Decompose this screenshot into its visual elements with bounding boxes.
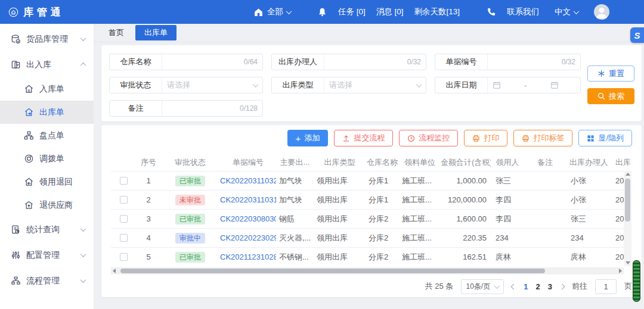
next-page-button[interactable] — [560, 285, 564, 289]
page-number-3[interactable]: 3 — [548, 282, 552, 291]
logo-warehouse-icon — [8, 5, 18, 20]
contact-link[interactable]: 联系我们 — [507, 7, 539, 17]
row-checkbox[interactable] — [120, 234, 128, 242]
avatar[interactable] — [594, 4, 609, 20]
sidebar-item-label: 退供应商 — [39, 200, 73, 211]
sidebar-item-in-out[interactable]: 出入库 — [0, 52, 94, 77]
language-selector[interactable]: 中文 — [555, 7, 578, 17]
approval-select[interactable]: 请选择 — [162, 77, 262, 93]
status-badge: 审批中 — [175, 233, 205, 244]
flow-monitor-label: 流程监控 — [419, 133, 450, 143]
row-checkbox[interactable] — [120, 215, 128, 223]
language-label: 中文 — [555, 7, 571, 17]
toggle-columns-button[interactable]: 显/隐列 — [578, 130, 632, 146]
sidebar-item-stats[interactable]: 统计查询 — [0, 217, 94, 242]
table-vertical-scrollbar[interactable] — [624, 171, 631, 266]
doc-no-link[interactable]: CK20211231028 — [220, 252, 276, 261]
vertical-scroll-thumb[interactable] — [625, 179, 630, 221]
page-scrollbar-thumb[interactable] — [633, 260, 640, 302]
date-end-input[interactable] — [550, 81, 559, 89]
page-number-2[interactable]: 2 — [536, 282, 540, 291]
cell-amount: 1,000.00 — [441, 176, 491, 185]
sidebar-item-label: 统计查询 — [26, 224, 60, 235]
warehouse-input[interactable]: 0/64 — [162, 54, 262, 70]
doc-no-link[interactable]: CK20220223029 — [220, 233, 276, 242]
search-row-3: 备注 0/128 — [109, 100, 642, 117]
sidebar-item-inbound[interactable]: 入库单 — [0, 77, 94, 101]
cell-warehouse: 分库1 — [366, 195, 399, 205]
table-row: 5 已审批 CK20211231028 不锈钢... 领用出库 分库2 施工班.… — [111, 247, 632, 266]
column-header: 序号 — [137, 157, 160, 168]
columns-icon — [587, 135, 595, 142]
row-checkbox[interactable] — [120, 177, 128, 185]
add-button[interactable]: + 添加 — [287, 130, 329, 146]
tabbar: 首页 出库单 — [94, 24, 644, 42]
sidebar-item-goods-store[interactable]: 货品库管理 — [0, 26, 94, 52]
add-label: 添加 — [304, 133, 320, 143]
flow-monitor-button[interactable]: 流程监控 — [399, 130, 458, 146]
sidebar-item-outbound[interactable]: 出库单 — [0, 101, 94, 124]
column-header: 领用人 — [491, 157, 524, 168]
table-row: 4 审批中 CK20220223029 灭火器,... 领用出库 分库2 施工班… — [111, 228, 632, 247]
sidebar-item-stocktake[interactable]: 盘点单 — [0, 124, 94, 147]
search-button[interactable]: 搜索 — [587, 88, 634, 104]
prev-page-button[interactable] — [512, 285, 516, 289]
scroll-up-arrow-icon[interactable] — [626, 173, 630, 176]
page-number-1[interactable]: 1 — [524, 282, 528, 291]
out-type-field: 出库类型 请选择 — [271, 77, 426, 93]
date-start-input[interactable] — [493, 81, 501, 89]
table-row: 3 已审批 CK20220308030 钢筋 领用出库 分库2 施工班... 1… — [111, 209, 632, 228]
submit-flow-button[interactable]: 提交流程 — [334, 130, 393, 146]
search-row-2: 审批状态 请选择 出库类型 请选择 出库日期 - — [109, 77, 642, 93]
app-title: 库管通 — [23, 5, 64, 19]
sidebar-item-label: 领用退回 — [39, 177, 73, 188]
sidebar-item-transfer[interactable]: 调拨单 — [0, 147, 94, 170]
scope-selector[interactable]: 全部 — [253, 7, 291, 17]
scroll-down-arrow-icon[interactable] — [626, 261, 630, 264]
sidebar-item-supplier-return[interactable]: 退供应商 — [0, 193, 94, 217]
messages-link[interactable]: 消息 [0] — [376, 7, 404, 17]
status-badge: 已审批 — [175, 252, 205, 263]
print-button[interactable]: 打印 — [464, 130, 507, 146]
table-toolbar: + 添加 提交流程 流程监控 打印 打印标签 显/隐列 — [111, 130, 632, 146]
remark-input[interactable]: 0/128 — [162, 101, 262, 116]
cell-seq: 3 — [137, 214, 160, 223]
cell-unit: 施工班... — [399, 195, 441, 205]
table-panel: + 添加 提交流程 流程监控 打印 打印标签 显/隐列 — [101, 125, 642, 297]
bell-icon[interactable] — [317, 7, 327, 17]
cell-unit: 施工班... — [399, 233, 441, 244]
out-type-select[interactable]: 请选择 — [324, 77, 426, 93]
table-horizontal-scrollbar[interactable] — [111, 267, 624, 274]
doc-no-link[interactable]: CK20220308030 — [220, 214, 276, 223]
sidebar-item-return[interactable]: 领用退回 — [0, 170, 94, 193]
scroll-right-arrow-icon[interactable] — [619, 269, 622, 273]
goto-page-input[interactable] — [595, 279, 617, 294]
doc-no-input[interactable]: 0/32 — [488, 54, 580, 70]
cell-seq: 5 — [137, 252, 160, 261]
cell-warehouse: 分库2 — [366, 252, 399, 263]
cell-out-type: 领用出库 — [314, 195, 366, 205]
print-label-button[interactable]: 打印标签 — [513, 130, 572, 146]
side-extension-button[interactable]: S — [630, 27, 644, 43]
horizontal-scroll-thumb[interactable] — [120, 269, 545, 273]
sidebar-item-label: 调拨单 — [39, 154, 64, 164]
printer-icon — [522, 135, 530, 142]
cell-main-item: 加气块 — [276, 195, 314, 205]
row-checkbox[interactable] — [120, 196, 128, 204]
sidebar-item-config[interactable]: 配置管理 — [0, 242, 94, 268]
column-header: 备注 — [524, 157, 566, 168]
table-header-row: 序号 审批状态 单据编号 主要出... 出库类型 仓库名称 领料单位 金额合计(… — [111, 154, 632, 171]
tab-outbound[interactable]: 出库单 — [135, 25, 177, 40]
scroll-left-arrow-icon[interactable] — [113, 269, 116, 273]
tab-home[interactable]: 首页 — [100, 25, 133, 40]
sidebar-item-flow[interactable]: 流程管理 — [0, 268, 94, 294]
remark-label: 备注 — [110, 101, 162, 116]
tasks-link[interactable]: 任务 [0] — [338, 7, 366, 17]
reset-button[interactable]: 重置 — [587, 65, 634, 82]
doc-no-link[interactable]: CK20220311031 — [220, 195, 276, 204]
handler-input[interactable]: 0/32 — [324, 54, 426, 70]
calendar-icon — [493, 81, 501, 89]
row-checkbox[interactable] — [120, 253, 128, 261]
page-size-select[interactable]: 10条/页 — [461, 279, 504, 294]
doc-no-link[interactable]: CK20220311032 — [220, 176, 276, 185]
